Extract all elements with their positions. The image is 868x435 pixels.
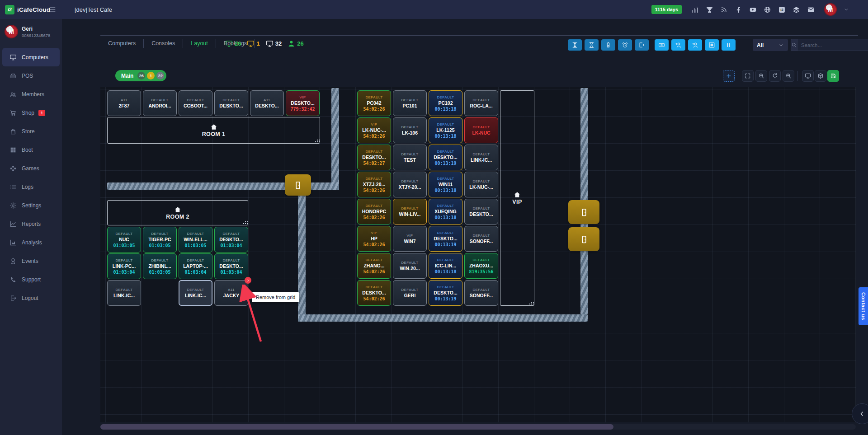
computer-tile[interactable]: A11JACKY bbox=[214, 280, 248, 306]
sidebar-item-pos[interactable]: POS bbox=[2, 66, 60, 85]
mail-icon[interactable] bbox=[807, 6, 815, 14]
sidebar-item-reports[interactable]: Reports bbox=[2, 215, 60, 233]
computer-tile[interactable]: DEFAULTLAPTOP-...01:03:04 bbox=[179, 253, 212, 279]
computer-tile[interactable]: A11DESKTO... bbox=[250, 90, 284, 116]
computer-tile[interactable]: DEFAULTDESKTO...01:03:04 bbox=[214, 253, 248, 279]
save-layout-button[interactable] bbox=[827, 70, 839, 82]
add-guest-button[interactable] bbox=[688, 39, 702, 51]
toggle-objects-button[interactable] bbox=[815, 70, 826, 82]
computer-tile[interactable]: DEFAULTLK-112500:13:18 bbox=[429, 117, 462, 143]
computer-tile[interactable]: VIPHP54:02:26 bbox=[357, 226, 391, 252]
computer-tile[interactable]: DEFAULTWIN-20... bbox=[393, 253, 427, 279]
computer-tile[interactable]: DEFAULTLK-106 bbox=[393, 117, 427, 143]
computer-tile[interactable]: DEFAULTWIN-ELL...01:03:05 bbox=[179, 227, 212, 253]
search-icon[interactable] bbox=[791, 39, 797, 51]
computer-tile[interactable]: DEFAULTSONOFF... bbox=[464, 280, 498, 306]
sidebar-item-members[interactable]: Members bbox=[2, 85, 60, 103]
zone-resize-handle[interactable] bbox=[245, 221, 246, 222]
horizontal-scrollbar-track[interactable] bbox=[100, 424, 856, 430]
tab-consoles[interactable]: Consoles bbox=[144, 39, 183, 48]
computer-tile[interactable]: DEFAULTSONOFF... bbox=[464, 226, 498, 252]
computer-tile[interactable]: VIPDESKTO...779:32:42 bbox=[286, 90, 320, 116]
sidebar-item-logout[interactable]: Logout bbox=[2, 289, 60, 307]
computer-tile[interactable]: DEFAULTDESKTO...54:02:26 bbox=[357, 280, 391, 306]
computer-tile[interactable]: DEFAULTLINK-PC...01:03:04 bbox=[107, 253, 141, 279]
computer-tile[interactable]: DEFAULTNUC01:03:05 bbox=[107, 227, 141, 253]
computer-tile[interactable]: VIPLK-NUC-...54:02:26 bbox=[357, 117, 391, 143]
layers-icon[interactable] bbox=[793, 6, 800, 14]
computer-tile[interactable]: DEFAULTLINK-IC... bbox=[464, 145, 498, 170]
computer-tile[interactable]: DEFAULTZHANG...54:02:26 bbox=[357, 253, 391, 279]
computer-tile[interactable]: DEFAULTWIN-LIV... bbox=[393, 199, 427, 225]
sidebar-item-support[interactable]: Support bbox=[2, 270, 60, 289]
computer-tile[interactable]: DEFAULTROG-LA... bbox=[464, 90, 498, 116]
days-badge[interactable]: 1115 days bbox=[651, 5, 682, 14]
computer-tile[interactable]: DEFAULTWIN1100:13:18 bbox=[429, 172, 462, 197]
zoom-in-button[interactable] bbox=[783, 70, 794, 82]
computer-tile[interactable]: DEFAULTTEST bbox=[393, 145, 427, 170]
room-zone-room-1[interactable]: ROOM 1 bbox=[107, 117, 320, 144]
computer-tile[interactable]: VIPWIN7 bbox=[393, 226, 427, 252]
reset-view-button[interactable] bbox=[769, 70, 781, 82]
sidebar-item-events[interactable]: Events bbox=[2, 252, 60, 270]
sidebar-item-settings[interactable]: Settings bbox=[2, 196, 60, 215]
hourglass-start-button[interactable] bbox=[568, 39, 582, 51]
remove-from-grid-button[interactable] bbox=[245, 277, 251, 284]
zone-resize-handle[interactable] bbox=[531, 302, 532, 303]
tab-computers[interactable]: Computers bbox=[100, 39, 144, 48]
sidebar-item-analysis[interactable]: Analysis bbox=[2, 233, 60, 252]
computer-tile[interactable]: DEFAULTPC101 bbox=[393, 90, 427, 116]
computer-tile[interactable]: DEFAULTGERI bbox=[393, 280, 427, 306]
trophy-icon[interactable] bbox=[706, 6, 713, 14]
globe-icon[interactable] bbox=[764, 6, 771, 14]
room-zone-room-2[interactable]: ROOM 2 bbox=[107, 200, 248, 225]
room-badge-main[interactable]: Main 26122 bbox=[115, 70, 166, 81]
sidebar-item-shop[interactable]: Shop1 bbox=[2, 103, 60, 122]
checkout-button[interactable] bbox=[635, 39, 649, 51]
cash-button[interactable] bbox=[655, 39, 669, 51]
computer-tile[interactable]: DEFAULTLK-NUC bbox=[464, 117, 498, 143]
youtube-icon[interactable] bbox=[749, 6, 757, 14]
door-tile[interactable] bbox=[568, 200, 599, 224]
computer-tile[interactable]: DEFAULTDESKTO...54:02:27 bbox=[357, 145, 391, 170]
computer-tile[interactable]: DEFAULTLINK-IC... bbox=[107, 280, 141, 306]
computer-tile[interactable]: DEFAULTDESKTO...01:03:04 bbox=[214, 227, 248, 253]
zone-resize-handle[interactable] bbox=[317, 140, 318, 140]
alarm-button[interactable] bbox=[618, 39, 632, 51]
toggle-computers-button[interactable] bbox=[802, 70, 814, 82]
contact-us-button[interactable]: Contact us bbox=[859, 287, 868, 325]
menu-icon[interactable] bbox=[49, 6, 57, 13]
computer-tile[interactable]: DEFAULTXTJY-20... bbox=[393, 172, 427, 197]
computer-tile[interactable]: DEFAULTDESKTO... bbox=[464, 199, 498, 225]
computer-tile[interactable]: DEFAULTLK-NUC-... bbox=[464, 172, 498, 197]
sidebar-item-store[interactable]: Store bbox=[2, 122, 60, 140]
horizontal-scrollbar-thumb[interactable] bbox=[100, 424, 613, 430]
computer-tile[interactable]: DEFAULTPC04254:02:26 bbox=[357, 90, 391, 116]
sidebar-item-computers[interactable]: Computers bbox=[2, 48, 60, 66]
computer-tile[interactable]: DEFAULTANDROI... bbox=[143, 90, 177, 116]
add-member-button[interactable] bbox=[671, 39, 685, 51]
tab-layout[interactable]: Layout bbox=[183, 39, 216, 48]
computer-tile[interactable]: DEFAULTPC10200:13:18 bbox=[429, 90, 462, 116]
sidebar-item-games[interactable]: Games bbox=[2, 159, 60, 178]
computer-tile[interactable]: DEFAULTZHIBINL...01:03:05 bbox=[143, 253, 177, 279]
add-to-grid-button[interactable] bbox=[723, 70, 735, 82]
computer-tile[interactable]: DEFAULTLINK-IC... bbox=[179, 280, 212, 306]
computer-tile[interactable]: DEFAULTICC-LIN...00:13:18 bbox=[429, 253, 462, 279]
computer-tile[interactable]: DEFAULTZHAOXU...819:35:56 bbox=[464, 253, 498, 279]
computer-tile[interactable]: DEFAULTXTZJ-20...54:02:26 bbox=[357, 172, 391, 197]
zoom-out-button[interactable] bbox=[755, 70, 767, 82]
computer-tile[interactable]: DEFAULTCCBOOT... bbox=[179, 90, 212, 116]
rss-icon[interactable] bbox=[720, 6, 728, 14]
sidebar-item-logs[interactable]: Logs bbox=[2, 178, 60, 196]
chevron-down-icon[interactable] bbox=[844, 7, 849, 12]
computer-tile[interactable]: DEFAULTHONORPC54:02:26 bbox=[357, 199, 391, 225]
leaderboard-icon[interactable] bbox=[691, 6, 699, 14]
fit-view-button[interactable] bbox=[742, 70, 754, 82]
battery-button[interactable] bbox=[601, 39, 615, 51]
icafe-icon[interactable]: i2 bbox=[778, 6, 786, 14]
user-block[interactable]: M Geri 008612345678 bbox=[0, 19, 62, 44]
door-tile[interactable] bbox=[568, 227, 599, 251]
computer-tile[interactable]: DEFAULTDESKTO...00:13:19 bbox=[429, 226, 462, 252]
filter-select[interactable]: All bbox=[753, 39, 788, 51]
